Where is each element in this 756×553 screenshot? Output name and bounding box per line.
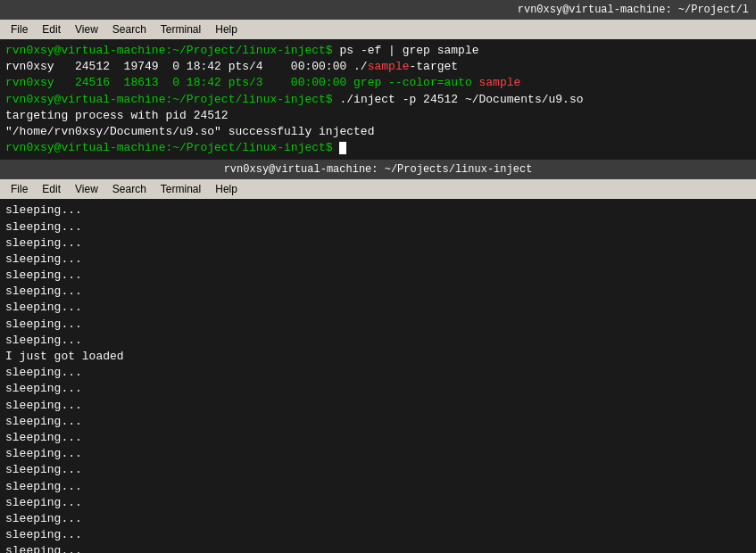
cursor-space [333, 141, 340, 154]
line-4: rvn0xsy@virtual-machine:~/Project/linux-… [5, 92, 751, 108]
sleeping-line-21: sleeping... [5, 543, 751, 553]
bottom-title-text: rvn0xsy@virtual-machine: ~/Projects/linu… [224, 163, 533, 176]
sleeping-line-15: sleeping... [5, 446, 751, 462]
sleeping-line-6: sleeping... [5, 300, 751, 316]
prompt-2: rvn0xsy@virtual-machine:~/Project/linux-… [5, 93, 333, 106]
terminal-cursor-top [339, 142, 346, 154]
menu-search-top[interactable]: Search [105, 21, 154, 37]
sleeping-line-16: sleeping... [5, 462, 751, 478]
sleeping-output: sleeping...sleeping...sleeping...sleepin… [5, 202, 751, 553]
menu-file-top[interactable]: File [4, 21, 35, 37]
line-1: rvn0xsy@virtual-machine:~/Project/linux-… [5, 43, 751, 59]
sleeping-line-5: sleeping... [5, 284, 751, 300]
top-title-bar: rvn0xsy@virtual-machine: ~/Project/l [0, 0, 756, 20]
ps-line-3: rvn0xsy 24516 18613 0 18:42 pts/3 00:00:… [5, 76, 520, 89]
line-5: targeting process with pid 24512 [5, 108, 751, 124]
sleeping-line-8: sleeping... [5, 333, 751, 349]
bottom-menu-bar: File Edit View Search Terminal Help [0, 179, 756, 199]
bottom-terminal-pane: rvn0xsy@virtual-machine: ~/Projects/linu… [0, 160, 756, 553]
menu-view-top[interactable]: View [68, 21, 105, 37]
menu-view-bottom[interactable]: View [68, 181, 105, 197]
menu-terminal-bottom[interactable]: Terminal [154, 181, 208, 197]
sleeping-line-17: sleeping... [5, 479, 751, 495]
menu-edit-bottom[interactable]: Edit [35, 181, 68, 197]
top-menu-bar: File Edit View Search Terminal Help [0, 20, 756, 39]
terminal-app: rvn0xsy@virtual-machine: ~/Project/l Fil… [0, 0, 756, 553]
cmd-1: ps -ef | grep sample [333, 44, 479, 57]
line-2: rvn0xsy 24512 19749 0 18:42 pts/4 00:00:… [5, 59, 751, 75]
top-terminal-pane: rvn0xsy@virtual-machine: ~/Project/l Fil… [0, 0, 756, 160]
sleeping-line-7: sleeping... [5, 317, 751, 333]
sleeping-line-12: sleeping... [5, 398, 751, 414]
sleeping-line-2: sleeping... [5, 235, 751, 252]
menu-file-bottom[interactable]: File [4, 181, 35, 197]
highlight-sample2: sample [479, 76, 521, 89]
menu-help-top[interactable]: Help [208, 21, 245, 37]
prompt-1: rvn0xsy@virtual-machine:~/Project/linux-… [5, 44, 333, 57]
menu-search-bottom[interactable]: Search [105, 181, 154, 197]
sleeping-line-20: sleeping... [5, 527, 751, 543]
highlight-sample1: sample [368, 60, 410, 73]
sleeping-line-3: sleeping... [5, 252, 751, 268]
menu-help-bottom[interactable]: Help [208, 181, 245, 197]
sleeping-line-9: I just got loaded [5, 349, 751, 365]
sleeping-line-0: sleeping... [5, 202, 751, 219]
top-terminal-content: rvn0xsy@virtual-machine:~/Project/linux-… [0, 39, 756, 160]
sleeping-line-19: sleeping... [5, 511, 751, 527]
sleeping-line-11: sleeping... [5, 381, 751, 397]
bottom-title-bar: rvn0xsy@virtual-machine: ~/Projects/linu… [0, 160, 756, 179]
menu-terminal-top[interactable]: Terminal [154, 21, 208, 37]
line-3: rvn0xsy 24516 18613 0 18:42 pts/3 00:00:… [5, 75, 751, 91]
sleeping-line-14: sleeping... [5, 430, 751, 446]
line-6: "/home/rvn0xsy/Documents/u9.so" successf… [5, 124, 751, 140]
bottom-terminal-content: sleeping...sleeping...sleeping...sleepin… [0, 199, 756, 553]
sleeping-line-18: sleeping... [5, 495, 751, 511]
top-title-text: rvn0xsy@virtual-machine: ~/Project/l [518, 4, 749, 16]
sleeping-line-10: sleeping... [5, 365, 751, 381]
line-7: rvn0xsy@virtual-machine:~/Project/linux-… [5, 140, 751, 156]
cmd-2: ./inject -p 24512 ~/Documents/u9.so [333, 93, 584, 106]
prompt-3: rvn0xsy@virtual-machine:~/Project/linux-… [5, 141, 333, 154]
sleeping-line-4: sleeping... [5, 268, 751, 284]
sleeping-line-13: sleeping... [5, 414, 751, 430]
menu-edit-top[interactable]: Edit [35, 21, 68, 37]
sleeping-line-1: sleeping... [5, 219, 751, 235]
